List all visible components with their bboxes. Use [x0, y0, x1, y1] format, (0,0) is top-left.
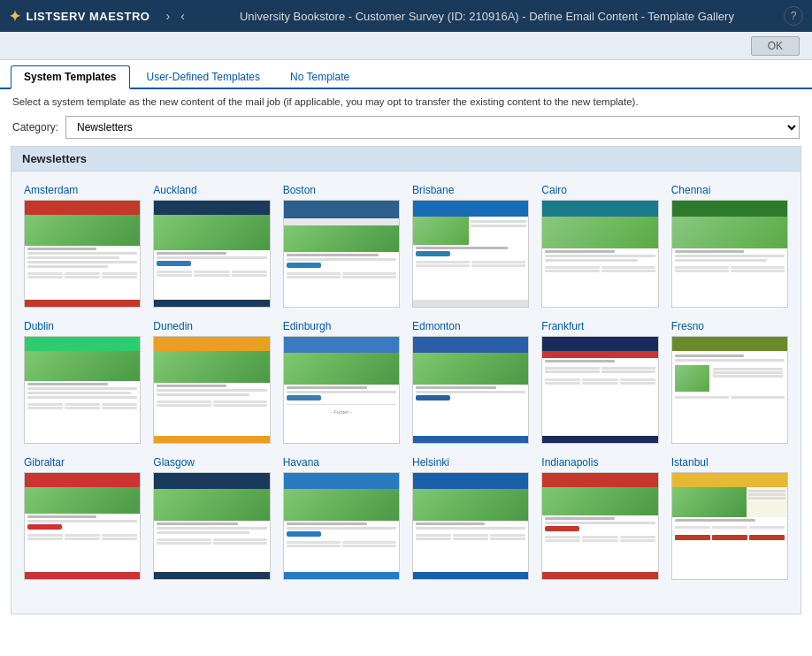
template-glasgow[interactable]: Glasgow — [153, 456, 270, 580]
template-name-indianapolis: Indianapolis — [541, 456, 598, 469]
template-thumb-glasgow — [153, 472, 270, 580]
template-name-gibraltar: Gibraltar — [24, 456, 65, 469]
template-name-chennai: Chennai — [671, 184, 711, 196]
template-thumb-dublin — [24, 336, 141, 444]
template-auckland[interactable]: Auckland — [153, 184, 270, 308]
template-thumb-havana — [283, 472, 400, 580]
template-thumb-amsterdam — [24, 200, 141, 308]
template-indianapolis[interactable]: Indianapolis — [541, 456, 658, 580]
template-thumb-edinburgh: - Footer - — [283, 336, 400, 444]
templates-grid: Amsterdam — [11, 172, 801, 592]
instruction-text: Select a system template as the new cont… — [0, 89, 812, 111]
star-icon: ✦ — [9, 8, 21, 25]
template-name-cairo: Cairo — [541, 184, 567, 196]
template-helsinki[interactable]: Helsinki — [412, 456, 529, 580]
template-thumb-indianapolis — [541, 472, 658, 580]
template-thumb-boston — [283, 200, 400, 308]
template-name-brisbane: Brisbane — [412, 184, 454, 196]
app-logo: ✦ LISTSERV MAESTRO — [9, 8, 149, 25]
templates-panel: Newsletters Amsterdam — [11, 146, 801, 614]
template-name-havana: Havana — [283, 456, 319, 469]
template-name-edinburgh: Edinburgh — [283, 320, 332, 332]
template-thumb-helsinki — [412, 472, 529, 580]
section-header: Newsletters — [11, 147, 801, 172]
category-select[interactable]: Newsletters Announcements Promotions Eve… — [65, 116, 800, 139]
ok-bar: OK — [0, 32, 812, 60]
template-dublin[interactable]: Dublin — [24, 320, 141, 444]
template-edinburgh[interactable]: Edinburgh - Footer - — [283, 320, 400, 444]
template-thumb-auckland — [153, 200, 270, 308]
template-brisbane[interactable]: Brisbane — [412, 184, 529, 308]
ok-button[interactable]: OK — [751, 36, 800, 56]
help-button[interactable]: ? — [784, 6, 803, 26]
template-name-dunedin: Dunedin — [153, 320, 193, 332]
template-thumb-brisbane — [412, 200, 529, 308]
template-thumb-cairo — [541, 200, 658, 308]
template-havana[interactable]: Havana — [283, 456, 400, 580]
template-name-boston: Boston — [283, 184, 316, 196]
tab-no-template[interactable]: No Template — [277, 65, 363, 88]
template-fresno[interactable]: Fresno — [671, 320, 788, 444]
category-label: Category: — [12, 121, 58, 133]
template-name-istanbul: Istanbul — [671, 456, 709, 469]
template-edmonton[interactable]: Edmonton — [412, 320, 529, 444]
template-chennai[interactable]: Chennai — [671, 184, 788, 308]
template-name-edmonton: Edmonton — [412, 320, 461, 332]
tab-user-defined-templates[interactable]: User-Defined Templates — [134, 65, 274, 88]
template-istanbul[interactable]: Istanbul — [671, 456, 788, 580]
template-thumb-chennai — [671, 200, 788, 308]
template-name-dublin: Dublin — [24, 320, 54, 332]
template-cairo[interactable]: Cairo — [541, 184, 658, 308]
app-header: ✦ LISTSERV MAESTRO › ‹ University Bookst… — [0, 0, 812, 32]
tab-bar: System Templates User-Defined Templates … — [0, 60, 812, 89]
template-thumb-fresno — [671, 336, 788, 444]
template-boston[interactable]: Boston — [283, 184, 400, 308]
template-thumb-frankfurt — [541, 336, 658, 444]
page-title: University Bookstore - Customer Survey (… — [190, 10, 784, 23]
template-name-auckland: Auckland — [153, 184, 196, 196]
tab-system-templates[interactable]: System Templates — [11, 65, 130, 89]
category-row: Category: Newsletters Announcements Prom… — [0, 111, 812, 146]
template-name-glasgow: Glasgow — [153, 456, 195, 469]
template-thumb-dunedin — [153, 336, 270, 444]
template-name-amsterdam: Amsterdam — [24, 184, 78, 196]
template-thumb-gibraltar — [24, 472, 141, 580]
template-thumb-edmonton — [412, 336, 529, 444]
template-name-helsinki: Helsinki — [412, 456, 449, 469]
template-dunedin[interactable]: Dunedin — [153, 320, 270, 444]
template-gibraltar[interactable]: Gibraltar — [24, 456, 141, 580]
nav-back-button[interactable]: ‹ — [175, 7, 190, 25]
nav-forward-button[interactable]: › — [160, 7, 175, 25]
template-frankfurt[interactable]: Frankfurt — [541, 320, 658, 444]
app-logo-text: LISTSERV MAESTRO — [27, 10, 150, 23]
template-thumb-istanbul — [671, 472, 788, 580]
template-name-frankfurt: Frankfurt — [541, 320, 584, 332]
template-name-fresno: Fresno — [671, 320, 704, 332]
template-amsterdam[interactable]: Amsterdam — [24, 184, 141, 308]
